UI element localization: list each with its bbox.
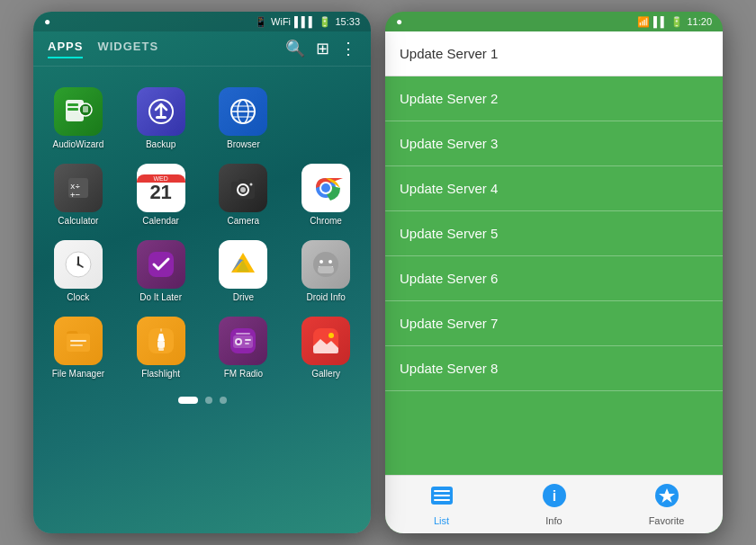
server-item-3[interactable]: Update Server 3 [385,121,723,166]
svg-rect-61 [245,343,249,344]
app-item-chrome[interactable]: Chrome [284,156,367,233]
sim-icon: 📱 [255,16,267,28]
app-icon-filemanager [54,317,103,365]
right-time: 11:20 [687,16,712,27]
svg-point-46 [328,260,332,264]
dot-2 [205,397,212,404]
app-item-calendar[interactable]: WED 21 Calendar [120,156,202,233]
app-icon-audiowizard [54,87,103,136]
app-item-empty1 [284,80,367,156]
server-item-7[interactable]: Update Server 7 [385,301,723,346]
app-item-audiowizard[interactable]: AudioWizard [37,80,120,156]
right-status-icons: 📶 ▌▌ 🔋 11:20 [637,16,712,28]
svg-rect-47 [318,266,334,273]
app-item-droidinfo[interactable]: Droid Info [284,233,367,309]
phones-container: ● 📱 WiFi ▌▌▌ 🔋 15:33 APPS WIDGETS 🔍 ⊞ ⋮ [33,12,723,533]
app-item-camera[interactable]: Camera [202,156,285,233]
server-item-6[interactable]: Update Server 6 [385,256,723,301]
svg-text:+−: +− [70,190,80,199]
nav-bar: APPS WIDGETS 🔍 ⊞ ⋮ [33,31,371,67]
label-calculator: Calculator [58,216,98,226]
server-item-4[interactable]: Update Server 4 [385,166,723,211]
label-chrome: Chrome [310,216,342,226]
svg-point-31 [250,183,253,186]
svg-point-40 [76,264,79,266]
nav-list[interactable]: List [385,476,498,533]
nav-favorite-label: Favorite [649,515,685,526]
app-item-calculator[interactable]: x÷ +− Calculator [37,156,120,233]
app-icon-camera [219,164,267,212]
svg-rect-62 [236,333,250,335]
svg-rect-13 [68,103,78,106]
server-item-1[interactable]: Update Server 1 [385,31,723,76]
left-status-bar: ● 📱 WiFi ▌▌▌ 🔋 15:33 [33,12,371,31]
label-doitlater: Do It Later [140,292,182,302]
app-item-filemanager[interactable]: File Manager [37,309,120,386]
app-item-flashlight[interactable]: Flashlight [120,309,202,386]
svg-text:i: i [552,488,555,504]
list-icon [429,483,454,514]
app-item-doitlater[interactable]: Do It Later [120,233,202,309]
apps-grid-main: AudioWizard Backup [33,76,371,389]
server-item-2[interactable]: Update Server 2 [385,76,723,121]
svg-rect-50 [70,344,83,346]
server-item-5[interactable]: Update Server 5 [385,211,723,256]
nav-list-label: List [434,515,449,526]
nav-favorite[interactable]: Favorite [610,476,723,533]
app-item-fmradio[interactable]: FM Radio [202,309,285,386]
grid-icon[interactable]: ⊞ [316,39,329,58]
label-flashlight: Flashlight [141,369,180,379]
svg-rect-60 [245,339,251,341]
label-filemanager: File Manager [52,369,104,379]
nav-tabs: APPS WIDGETS [48,40,285,58]
label-audiowizard: AudioWizard [53,139,104,149]
time-left: 15:33 [335,16,360,27]
app-item-drive[interactable]: Drive [202,233,285,309]
app-item-backup[interactable]: Backup [120,80,202,156]
tab-widgets[interactable]: WIDGETS [97,40,158,58]
label-drive: Drive [233,292,254,302]
nav-info-label: Info [545,515,562,526]
left-phone: ● 📱 WiFi ▌▌▌ 🔋 15:33 APPS WIDGETS 🔍 ⊞ ⋮ [33,12,371,533]
right-status-bar: ● 📶 ▌▌ 🔋 11:20 [385,12,723,31]
svg-rect-30 [238,179,248,183]
svg-rect-54 [158,348,164,351]
app-icon-backup [137,87,185,136]
app-icon-droidinfo [302,240,350,289]
right-phone: ● 📶 ▌▌ 🔋 11:20 Update Server 1 Update Se… [385,12,723,533]
status-left-icon: ● [44,15,50,28]
svg-point-29 [240,187,246,192]
app-icon-drive [219,240,267,289]
svg-rect-49 [70,340,86,342]
app-icon-calendar: WED 21 [137,164,185,212]
label-fmradio: FM Radio [224,369,263,379]
nav-info[interactable]: i Info [498,476,610,533]
bottom-nav: List i Info Favorite [385,475,723,533]
server-list: Update Server 1 Update Server 2 Update S… [385,31,723,475]
app-item-browser[interactable]: Browser [202,80,285,156]
signal-icon: ▌▌▌ [294,16,315,27]
dot-1 [178,397,198,404]
calendar-inner: WED 21 [137,164,185,212]
svg-point-64 [328,333,334,338]
label-calendar: Calendar [142,216,179,226]
server-item-8[interactable]: Update Server 8 [385,346,723,391]
svg-point-59 [237,340,240,344]
tab-apps[interactable]: APPS [48,40,83,58]
nav-action-icons: 🔍 ⊞ ⋮ [285,39,356,58]
more-icon[interactable]: ⋮ [340,39,356,58]
app-item-gallery[interactable]: Gallery [284,309,367,386]
app-item-clock[interactable]: Clock [37,233,120,309]
battery-icon: 🔋 [319,16,331,28]
dot-3 [220,397,227,404]
app-icon-flashlight [137,317,185,365]
app-icon-fmradio [219,317,267,365]
svg-rect-16 [83,106,88,112]
right-battery-icon: 🔋 [670,16,683,28]
svg-point-35 [321,183,330,192]
label-droidinfo: Droid Info [306,292,345,302]
label-clock: Clock [67,292,89,302]
search-icon[interactable]: 🔍 [285,39,305,58]
cal-date: 21 [149,183,171,202]
apps-overlay: AudioWizard Backup [33,76,371,488]
